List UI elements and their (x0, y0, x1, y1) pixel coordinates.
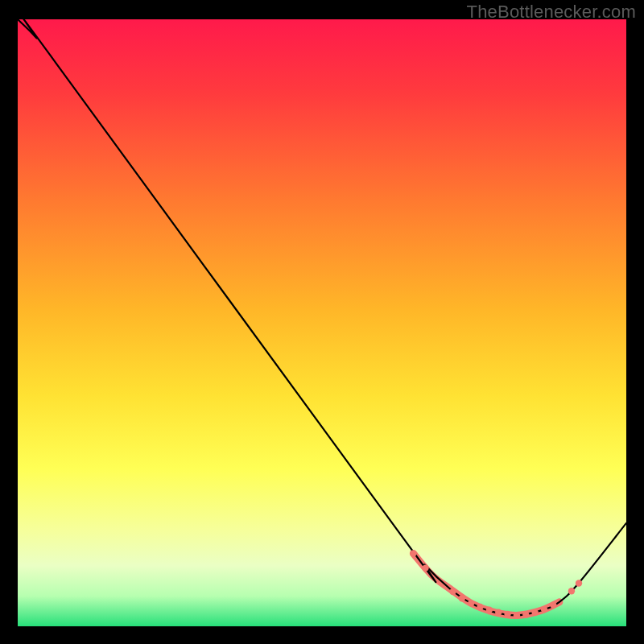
plot-area (18, 19, 626, 626)
svg-point-12 (541, 606, 547, 613)
svg-point-15 (576, 580, 582, 586)
svg-point-1 (422, 564, 428, 571)
svg-point-13 (550, 601, 556, 608)
chart-svg (18, 19, 626, 626)
gradient-background (18, 19, 626, 626)
svg-point-6 (486, 606, 493, 613)
svg-point-2 (449, 588, 456, 595)
watermark-text: TheBottlenecker.com (467, 2, 636, 23)
svg-point-5 (477, 604, 483, 610)
svg-point-3 (459, 595, 465, 601)
svg-point-4 (468, 600, 474, 606)
svg-point-8 (504, 611, 510, 617)
svg-point-14 (568, 588, 575, 594)
chart-frame: TheBottlenecker.com (0, 0, 644, 644)
svg-point-9 (514, 612, 520, 618)
svg-point-7 (495, 609, 502, 615)
svg-point-10 (522, 611, 529, 617)
svg-point-11 (531, 609, 538, 615)
svg-point-0 (410, 550, 416, 556)
